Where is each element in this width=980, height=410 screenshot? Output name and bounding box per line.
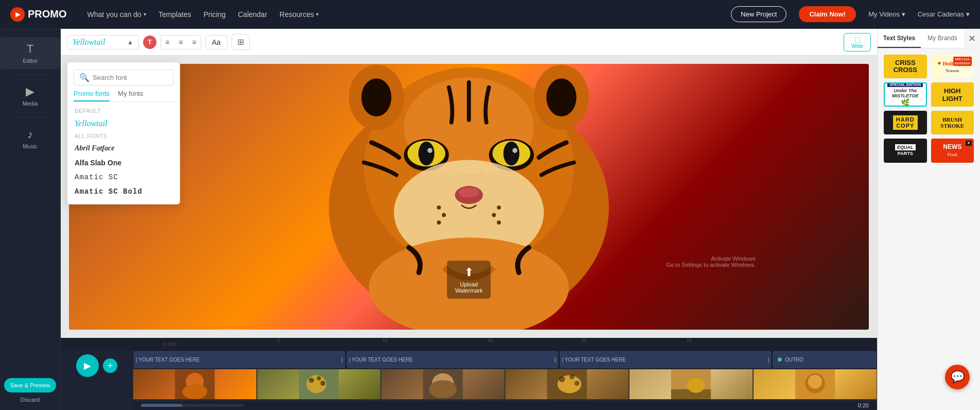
nav-item-what-you-can-do[interactable]: What you can do ▾	[87, 10, 146, 19]
svg-point-38	[559, 377, 565, 383]
font-search-input[interactable]	[93, 74, 168, 81]
ruler-mark-5: 5	[277, 338, 279, 343]
timeline-ruler: 0 SEC 5 10 15 20 25	[61, 338, 877, 350]
svg-point-22	[492, 213, 496, 217]
font-item-yellowtail[interactable]: Yellowtail	[67, 116, 180, 131]
wide-button[interactable]: ⬚ Wide	[844, 33, 871, 52]
svg-point-10	[427, 148, 432, 153]
font-name-display: Yellowtail	[73, 38, 124, 47]
nav-item-resources[interactable]: Resources ▾	[279, 10, 319, 19]
style-card-highlight[interactable]: HIGHLIGHT	[931, 82, 974, 106]
font-search-box[interactable]: 🔍	[74, 70, 173, 86]
video-thumb-savanna[interactable]	[629, 369, 753, 400]
my-videos-dropdown[interactable]: My Videos ▾	[868, 10, 905, 18]
thumb-tiger-svg	[133, 369, 256, 399]
wide-label: Wide	[851, 43, 863, 49]
text-track-2[interactable]: YOUR TEXT GOES HERE	[347, 351, 558, 368]
video-background: ⬆ UploadWatermark	[69, 64, 869, 330]
svg-point-13	[503, 142, 519, 166]
upload-watermark-button[interactable]: ⬆ UploadWatermark	[447, 261, 491, 299]
save-preview-button[interactable]: Save & Preview	[4, 378, 56, 392]
outro-dot	[778, 357, 782, 362]
add-track-button[interactable]: +	[103, 358, 117, 373]
text-track-1[interactable]: YOUR TEXT GOES HERE	[134, 351, 345, 368]
grid-button[interactable]: ⊞	[232, 34, 250, 50]
svg-point-35	[429, 380, 457, 398]
video-thumb-mountain-lion[interactable]	[381, 369, 505, 400]
logo-text: PROMO	[28, 8, 67, 20]
media-icon: ▶	[26, 85, 34, 98]
timeline: 0 SEC 5 10 15 20 25 ▶ +	[61, 338, 877, 410]
font-size-button[interactable]: Aa	[205, 35, 227, 49]
ruler-mark-20: 20	[581, 338, 586, 343]
style-label-criss-cross: CRISSCROSS	[894, 59, 917, 74]
chat-support-button[interactable]: 💬	[945, 365, 970, 389]
alignment-group: ≡ ≡ ≡	[161, 35, 201, 49]
color-picker-button[interactable]: T	[143, 36, 156, 49]
style-card-brush-stroke[interactable]: BRUSHSTROKE	[931, 111, 974, 134]
chevron-down-icon-user: ▾	[966, 10, 970, 18]
ruler-mark-15: 15	[487, 338, 493, 343]
video-thumb-lion[interactable]	[753, 369, 877, 400]
thumb-lion-svg	[754, 369, 877, 399]
video-thumb-tiger[interactable]	[133, 369, 257, 400]
time-display: 0:20	[858, 402, 869, 408]
align-center-button[interactable]: ≡	[174, 36, 187, 49]
outro-track[interactable]: OUTRO	[773, 351, 876, 368]
style-card-criss-cross[interactable]: CRISSCROSS	[884, 55, 927, 78]
sidebar-item-music[interactable]: ♪ Music	[0, 123, 60, 155]
style-card-hard-copy[interactable]: HARDCOPY	[884, 111, 927, 134]
font-item-abril[interactable]: Abril Fatface	[67, 141, 180, 156]
chevron-down-icon-my-videos: ▾	[902, 10, 905, 18]
sidebar-item-editor[interactable]: T Editor	[0, 37, 60, 69]
chevron-down-icon-resources: ▾	[316, 11, 319, 17]
text-icon: T	[27, 42, 33, 56]
new-project-button[interactable]: New Project	[731, 6, 786, 22]
text-tracks-row: YOUR TEXT GOES HERE YOUR TEXT GOES HERE …	[133, 350, 877, 369]
play-button[interactable]: ▶	[76, 354, 99, 377]
font-selector[interactable]: Yellowtail ▲	[67, 35, 139, 49]
sidebar-item-media[interactable]: ▶ Media	[0, 80, 60, 112]
style-card-equal-parts[interactable]: EQUAL PARTS	[884, 139, 927, 162]
logo[interactable]: ▶ PROMO	[10, 7, 67, 22]
style-card-news-flash[interactable]: ✕ NEWSFlash	[931, 139, 974, 162]
tab-my-brands[interactable]: My Brands	[921, 29, 964, 48]
svg-point-17	[459, 187, 479, 197]
scrollbar-thumb	[141, 404, 182, 407]
sidebar-divider	[12, 74, 48, 75]
main-layout: T Editor ▶ Media ♪ Music Save & Preview …	[0, 29, 980, 410]
panel-close-button[interactable]: ✕	[964, 29, 980, 48]
font-item-alfa[interactable]: Alfa Slab One	[67, 156, 180, 170]
tab-promo-fonts[interactable]: Promo fonts	[74, 90, 110, 101]
svg-point-6	[547, 78, 576, 116]
search-icon: 🔍	[79, 73, 90, 82]
discard-button[interactable]: Discard	[4, 397, 56, 403]
scrollbar-track[interactable]	[141, 404, 244, 407]
tab-my-fonts[interactable]: My fonts	[118, 90, 143, 101]
style-label-news-flash: NEWSFlash	[943, 143, 961, 158]
nav-item-calendar[interactable]: Calendar	[238, 10, 267, 19]
claim-now-button[interactable]: Claim Now!	[799, 6, 856, 22]
user-menu[interactable]: Cesar Cadenas ▾	[918, 10, 970, 18]
style-card-holiday[interactable]: SPECIALEDITION ✦ Holiday ✦Season	[931, 55, 974, 78]
align-right-button[interactable]: ≡	[188, 36, 200, 49]
video-thumb-leopard[interactable]	[505, 369, 629, 400]
font-item-amatic-bold[interactable]: Amatic SC Bold	[67, 184, 180, 199]
style-card-mistletoe[interactable]: SPECIAL EDITION Under TheMISTLETOE 🌿	[884, 82, 927, 106]
chat-icon: 💬	[951, 370, 965, 384]
nav-item-templates[interactable]: Templates	[159, 10, 191, 19]
svg-point-14	[513, 148, 518, 153]
align-left-button[interactable]: ≡	[161, 36, 173, 49]
tab-text-styles[interactable]: Text Styles	[878, 29, 921, 48]
section-all-label: ALL FONTS	[67, 131, 180, 141]
text-track-3[interactable]: YOUR TEXT GOES HERE	[560, 351, 771, 368]
video-thumb-cheetah[interactable]	[257, 369, 381, 400]
svg-point-31	[317, 377, 321, 381]
font-item-amatic[interactable]: Amatic SC	[67, 170, 180, 184]
svg-point-21	[497, 206, 501, 210]
video-canvas: ⬆ UploadWatermark Activate Windows Go to…	[69, 64, 869, 330]
upload-icon: ⬆	[464, 266, 474, 279]
nav-item-pricing[interactable]: Pricing	[203, 10, 225, 19]
timeline-content: YOUR TEXT GOES HERE YOUR TEXT GOES HERE …	[133, 350, 877, 409]
thumb-leopard-svg	[505, 369, 628, 399]
